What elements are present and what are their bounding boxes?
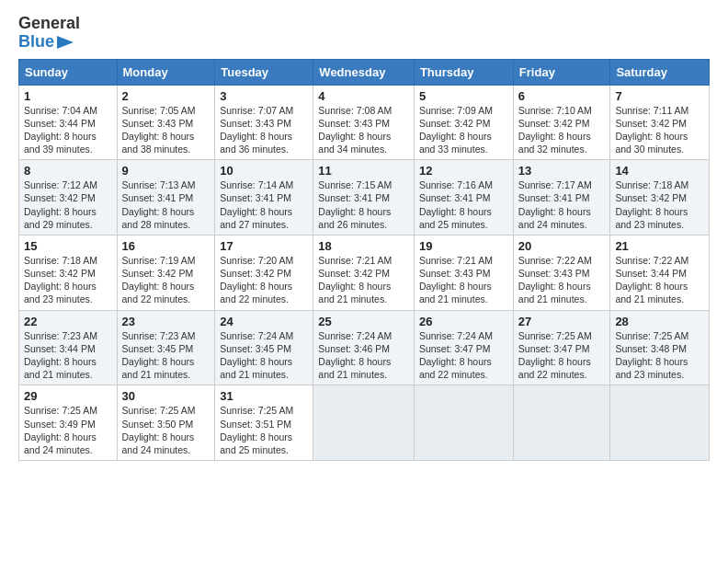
day-detail: Sunrise: 7:09 AMSunset: 3:42 PMDaylight:…	[419, 105, 493, 155]
calendar-cell: 24 Sunrise: 7:24 AMSunset: 3:45 PMDaylig…	[215, 310, 313, 385]
header-cell-saturday: Saturday	[610, 59, 710, 85]
calendar-cell: 11 Sunrise: 7:15 AMSunset: 3:41 PMDaylig…	[313, 160, 415, 236]
header-cell-monday: Monday	[117, 59, 215, 85]
day-number: 19	[419, 239, 508, 253]
day-detail: Sunrise: 7:25 AMSunset: 3:51 PMDaylight:…	[220, 405, 293, 455]
day-number: 18	[318, 239, 409, 253]
day-number: 31	[220, 389, 308, 403]
day-detail: Sunrise: 7:18 AMSunset: 3:42 PMDaylight:…	[615, 179, 688, 230]
day-detail: Sunrise: 7:24 AMSunset: 3:46 PMDaylight:…	[318, 330, 392, 381]
calendar-week-2: 8 Sunrise: 7:12 AMSunset: 3:42 PMDayligh…	[19, 160, 710, 236]
calendar-cell	[414, 385, 513, 461]
calendar-cell: 2 Sunrise: 7:05 AMSunset: 3:43 PMDayligh…	[117, 85, 215, 160]
logo-text: General Blue	[18, 15, 80, 52]
day-number: 16	[122, 239, 210, 253]
day-detail: Sunrise: 7:23 AMSunset: 3:44 PMDaylight:…	[24, 330, 97, 381]
header-cell-friday: Friday	[513, 59, 610, 85]
day-number: 12	[419, 164, 508, 178]
day-detail: Sunrise: 7:08 AMSunset: 3:43 PMDaylight:…	[318, 105, 392, 155]
calendar-cell: 22 Sunrise: 7:23 AMSunset: 3:44 PMDaylig…	[19, 310, 118, 385]
logo: General Blue	[18, 15, 80, 52]
header: General Blue	[18, 15, 710, 52]
day-number: 22	[24, 315, 112, 328]
calendar-cell: 25 Sunrise: 7:24 AMSunset: 3:46 PMDaylig…	[313, 310, 415, 385]
day-number: 26	[419, 315, 508, 328]
calendar-week-1: 1 Sunrise: 7:04 AMSunset: 3:44 PMDayligh…	[19, 85, 710, 160]
calendar-cell: 27 Sunrise: 7:25 AMSunset: 3:47 PMDaylig…	[513, 310, 610, 385]
calendar-cell: 19 Sunrise: 7:21 AMSunset: 3:43 PMDaylig…	[414, 235, 513, 310]
header-cell-tuesday: Tuesday	[215, 59, 313, 85]
day-detail: Sunrise: 7:22 AMSunset: 3:44 PMDaylight:…	[615, 255, 688, 305]
calendar-cell: 17 Sunrise: 7:20 AMSunset: 3:42 PMDaylig…	[215, 235, 313, 310]
calendar-cell: 13 Sunrise: 7:17 AMSunset: 3:41 PMDaylig…	[513, 160, 610, 236]
day-number: 17	[220, 239, 308, 253]
calendar-cell: 8 Sunrise: 7:12 AMSunset: 3:42 PMDayligh…	[19, 160, 118, 236]
calendar-week-5: 29 Sunrise: 7:25 AMSunset: 3:49 PMDaylig…	[19, 385, 710, 461]
calendar-cell: 16 Sunrise: 7:19 AMSunset: 3:42 PMDaylig…	[117, 235, 215, 310]
day-number: 11	[318, 164, 409, 178]
calendar-cell: 23 Sunrise: 7:23 AMSunset: 3:45 PMDaylig…	[117, 310, 215, 385]
day-detail: Sunrise: 7:23 AMSunset: 3:45 PMDaylight:…	[122, 330, 196, 381]
logo-blue: Blue	[18, 33, 80, 52]
calendar-cell: 4 Sunrise: 7:08 AMSunset: 3:43 PMDayligh…	[313, 85, 415, 160]
calendar-cell: 6 Sunrise: 7:10 AMSunset: 3:42 PMDayligh…	[513, 85, 610, 160]
header-cell-wednesday: Wednesday	[313, 59, 415, 85]
logo-general: General	[18, 15, 80, 33]
header-cell-sunday: Sunday	[19, 59, 118, 85]
day-number: 8	[24, 164, 112, 178]
calendar-cell: 7 Sunrise: 7:11 AMSunset: 3:42 PMDayligh…	[610, 85, 710, 160]
header-cell-thursday: Thursday	[414, 59, 513, 85]
calendar-cell	[610, 385, 710, 461]
day-detail: Sunrise: 7:25 AMSunset: 3:49 PMDaylight:…	[24, 405, 97, 455]
day-detail: Sunrise: 7:25 AMSunset: 3:48 PMDaylight:…	[615, 330, 688, 381]
day-detail: Sunrise: 7:13 AMSunset: 3:41 PMDaylight:…	[122, 179, 196, 230]
header-row: SundayMondayTuesdayWednesdayThursdayFrid…	[19, 59, 710, 85]
day-number: 24	[220, 315, 308, 328]
day-detail: Sunrise: 7:17 AMSunset: 3:41 PMDaylight:…	[518, 179, 592, 230]
calendar-cell: 29 Sunrise: 7:25 AMSunset: 3:49 PMDaylig…	[19, 385, 118, 461]
day-detail: Sunrise: 7:07 AMSunset: 3:43 PMDaylight:…	[220, 105, 293, 155]
calendar-cell: 30 Sunrise: 7:25 AMSunset: 3:50 PMDaylig…	[117, 385, 215, 461]
day-detail: Sunrise: 7:20 AMSunset: 3:42 PMDaylight:…	[220, 255, 293, 305]
day-detail: Sunrise: 7:25 AMSunset: 3:50 PMDaylight:…	[122, 405, 196, 455]
day-number: 5	[419, 89, 508, 103]
day-detail: Sunrise: 7:10 AMSunset: 3:42 PMDaylight:…	[518, 105, 592, 155]
calendar-cell: 18 Sunrise: 7:21 AMSunset: 3:42 PMDaylig…	[313, 235, 415, 310]
logo-flag-icon	[57, 36, 74, 49]
calendar-cell: 26 Sunrise: 7:24 AMSunset: 3:47 PMDaylig…	[414, 310, 513, 385]
calendar-cell: 15 Sunrise: 7:18 AMSunset: 3:42 PMDaylig…	[19, 235, 118, 310]
calendar-cell: 12 Sunrise: 7:16 AMSunset: 3:41 PMDaylig…	[414, 160, 513, 236]
day-number: 25	[318, 315, 409, 328]
day-detail: Sunrise: 7:15 AMSunset: 3:41 PMDaylight:…	[318, 179, 392, 230]
day-detail: Sunrise: 7:24 AMSunset: 3:47 PMDaylight:…	[419, 330, 493, 381]
day-number: 15	[24, 239, 112, 253]
day-detail: Sunrise: 7:18 AMSunset: 3:42 PMDaylight:…	[24, 255, 97, 305]
day-number: 2	[122, 89, 210, 103]
calendar-cell: 5 Sunrise: 7:09 AMSunset: 3:42 PMDayligh…	[414, 85, 513, 160]
calendar-cell: 1 Sunrise: 7:04 AMSunset: 3:44 PMDayligh…	[19, 85, 118, 160]
day-detail: Sunrise: 7:04 AMSunset: 3:44 PMDaylight:…	[24, 105, 97, 155]
day-detail: Sunrise: 7:05 AMSunset: 3:43 PMDaylight:…	[122, 105, 196, 155]
day-number: 7	[615, 89, 704, 103]
calendar-cell: 9 Sunrise: 7:13 AMSunset: 3:41 PMDayligh…	[117, 160, 215, 236]
calendar-cell	[513, 385, 610, 461]
calendar-cell: 21 Sunrise: 7:22 AMSunset: 3:44 PMDaylig…	[610, 235, 710, 310]
day-detail: Sunrise: 7:14 AMSunset: 3:41 PMDaylight:…	[220, 179, 293, 230]
svg-marker-0	[57, 36, 74, 49]
day-number: 1	[24, 89, 112, 103]
day-detail: Sunrise: 7:16 AMSunset: 3:41 PMDaylight:…	[419, 179, 493, 230]
calendar-cell	[313, 385, 415, 461]
calendar-cell: 10 Sunrise: 7:14 AMSunset: 3:41 PMDaylig…	[215, 160, 313, 236]
calendar-cell: 20 Sunrise: 7:22 AMSunset: 3:43 PMDaylig…	[513, 235, 610, 310]
calendar-cell: 14 Sunrise: 7:18 AMSunset: 3:42 PMDaylig…	[610, 160, 710, 236]
day-number: 23	[122, 315, 210, 328]
day-number: 27	[518, 315, 606, 328]
day-number: 28	[615, 315, 704, 328]
day-detail: Sunrise: 7:25 AMSunset: 3:47 PMDaylight:…	[518, 330, 592, 381]
page: General Blue SundayMondayTuesdayWednesda…	[0, 0, 728, 472]
day-detail: Sunrise: 7:12 AMSunset: 3:42 PMDaylight:…	[24, 179, 97, 230]
day-number: 13	[518, 164, 606, 178]
day-number: 3	[220, 89, 308, 103]
day-number: 4	[318, 89, 409, 103]
logo: General Blue	[18, 15, 80, 52]
